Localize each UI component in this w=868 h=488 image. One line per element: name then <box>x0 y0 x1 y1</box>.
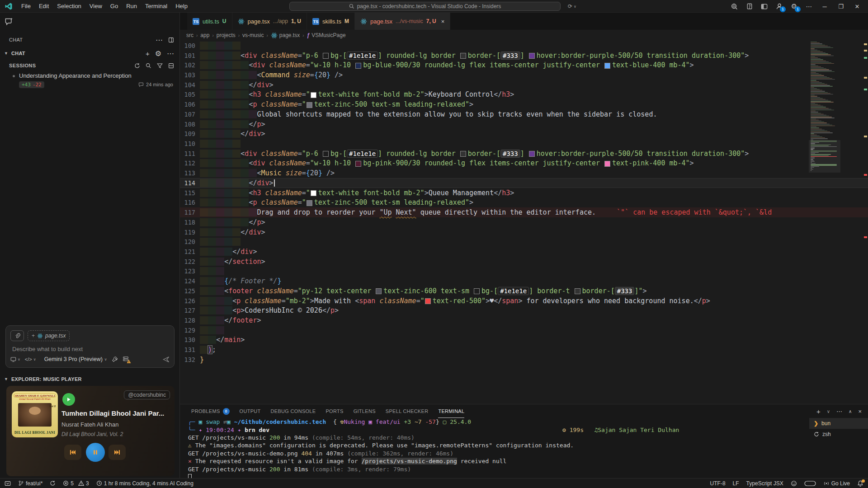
tab-skills.ts[interactable]: TSskills.tsM <box>307 13 355 30</box>
sessions-header[interactable]: SESSIONS <box>0 61 179 70</box>
sync-dropdown-button[interactable]: ⟳∨ <box>565 2 579 11</box>
panel-tab-spell-checker[interactable]: SPELL CHECKER <box>386 404 429 418</box>
panel-tab-problems[interactable]: PROBLEMS8 <box>191 404 230 418</box>
next-track-button[interactable] <box>108 445 126 460</box>
chat-input-placeholder[interactable]: Describe what to build next <box>12 346 83 352</box>
code-line[interactable]: 123 <box>180 267 868 277</box>
code-line[interactable]: 107 Global shortcuts mapped to the exten… <box>180 109 868 119</box>
mcp-warning-icon[interactable] <box>123 356 129 362</box>
menu-item-terminal[interactable]: Terminal <box>141 0 171 13</box>
close-button[interactable]: ✕ <box>853 3 862 10</box>
menu-item-help[interactable]: Help <box>171 0 192 13</box>
code-line[interactable]: 122 </section> <box>180 257 868 267</box>
code-line[interactable]: 124 {/* Footer */} <box>180 276 868 286</box>
go-live-item[interactable]: Go Live <box>823 480 850 487</box>
code-line[interactable]: 112 <div className="w-10 h-10 bg-pink-90… <box>180 159 868 169</box>
ellipsis-icon[interactable]: ⋯ <box>167 49 174 58</box>
code-line[interactable]: 103 <Command size={20} /> <box>180 70 868 80</box>
model-picker[interactable]: Gemini 3 Pro (Preview)∨ <box>44 356 107 362</box>
code-line[interactable]: 128 </footer> <box>180 315 868 325</box>
code-line[interactable]: 132} <box>180 355 868 365</box>
code-line[interactable]: 115 <h3 className="text-white font-bold … <box>180 188 868 198</box>
menu-item-edit[interactable]: Edit <box>35 0 53 13</box>
panel-maximize-icon[interactable]: ∧ <box>849 409 852 414</box>
gear-icon[interactable]: ⚙ <box>155 49 161 58</box>
code-line[interactable]: 131 ); <box>180 345 868 355</box>
menu-item-run[interactable]: Run <box>122 0 141 13</box>
chat-section-header[interactable]: ▼ CHAT + ⚙ ⋯ <box>0 48 179 59</box>
code-line[interactable]: 119 </div> <box>180 227 868 237</box>
session-list-item[interactable]: Understanding Appearance and Perception … <box>0 72 179 92</box>
terminal-output[interactable]: ╭─ ▣ swap ⇄▣ ~/Github/codershubinc.tech … <box>188 418 808 478</box>
new-terminal-icon[interactable]: + <box>816 408 821 415</box>
code-line[interactable]: 126 <p className="mb-2">Made with <span … <box>180 296 868 306</box>
tab-utils.ts[interactable]: TSutils.tsU <box>187 13 232 30</box>
breadcrumb-item-vs-music[interactable]: vs-music <box>242 32 264 38</box>
send-icon[interactable] <box>163 356 170 363</box>
notifications-bell-icon[interactable] <box>857 480 863 487</box>
chat-input-box[interactable]: + page.tsx Describe what to build next ∨… <box>5 325 175 368</box>
panel-tab-gitlens[interactable]: GITLENS <box>354 404 376 418</box>
code-line[interactable]: 120 <box>180 237 868 247</box>
panel-more-icon[interactable]: ⋯ <box>156 36 163 44</box>
more-actions-icon[interactable]: ⋯ <box>805 3 813 10</box>
menu-item-go[interactable]: Go <box>106 0 122 13</box>
code-line[interactable]: 113 <Music size={20} /> <box>180 168 868 178</box>
code-line[interactable]: 121 </div> <box>180 247 868 257</box>
previous-track-button[interactable] <box>64 445 81 460</box>
breadcrumb-item-src[interactable]: src <box>186 32 193 38</box>
search-icon[interactable] <box>146 63 151 69</box>
pause-button[interactable] <box>86 443 105 462</box>
breadcrumb-item-app[interactable]: app <box>200 32 209 38</box>
panel-close-icon[interactable]: × <box>858 408 862 415</box>
terminal-dropdown-icon[interactable]: ∨ <box>827 409 830 414</box>
code-line[interactable]: 127 <p>CodersHubInc © 2026</p> <box>180 305 868 315</box>
filter-icon[interactable] <box>157 63 163 69</box>
restore-button[interactable]: ❐ <box>836 3 845 10</box>
code-line[interactable]: 114 </div> <box>180 178 868 188</box>
account-icon[interactable]: 1 <box>775 3 783 10</box>
language-mode-item[interactable]: TypeScript JSX <box>746 480 783 487</box>
chat-context-picker[interactable]: </>∨ <box>25 357 36 362</box>
toggle-pill-icon[interactable] <box>804 481 816 486</box>
code-line[interactable]: 130 </main> <box>180 335 868 345</box>
breadcrumb-item-page.tsx[interactable]: page.tsx <box>271 32 300 39</box>
copilot-chat-icon[interactable] <box>5 17 13 26</box>
code-line[interactable]: 104 </div> <box>180 80 868 90</box>
encoding-item[interactable]: UTF-8 <box>710 480 726 487</box>
panel-more-icon[interactable]: ⋯ <box>836 408 842 415</box>
breadcrumb-item-projects[interactable]: projects <box>217 32 236 38</box>
code-line[interactable]: 129 <box>180 325 868 335</box>
context-chip[interactable]: + page.tsx <box>28 330 70 341</box>
menu-item-view[interactable]: View <box>85 0 106 13</box>
command-center-search[interactable]: page.tsx - codershubinc.tech - Visual St… <box>289 2 561 11</box>
settings-gear-icon[interactable]: ⚙1 <box>790 3 798 10</box>
search-globe-icon[interactable] <box>731 3 738 10</box>
code-line[interactable]: 105 <h3 className="text-white font-bold … <box>180 90 868 100</box>
menu-item-file[interactable]: File <box>17 0 35 13</box>
code-editor[interactable]: 100 101 <div className="p-6 bg-[#1e1e1e]… <box>180 41 868 404</box>
tools-icon[interactable] <box>112 356 118 362</box>
split-view-icon[interactable] <box>168 63 174 69</box>
refresh-icon[interactable] <box>134 63 140 69</box>
tab-page.tsx-app[interactable]: page.tsx.../app1, U <box>232 13 307 30</box>
code-line[interactable]: 110 <box>180 139 868 149</box>
eol-item[interactable]: LF <box>733 480 739 487</box>
code-line[interactable]: 125 <footer className="py-12 text-center… <box>180 286 868 296</box>
terminal-instance-zsh[interactable]: zsh <box>809 429 868 440</box>
album-art[interactable]: SHAHEN SHAH-E-QAWWALI Ustad Nusrat Fateh… <box>12 391 58 437</box>
minimize-button[interactable]: ─ <box>820 3 829 10</box>
panel-tab-terminal[interactable]: TERMINAL <box>438 404 464 418</box>
open-in-editor-icon[interactable] <box>168 37 174 43</box>
code-line[interactable]: 117 Drag and drop to reorder your "Up Ne… <box>180 207 868 217</box>
code-line[interactable]: 106 <p className="text-zinc-500 text-sm … <box>180 99 868 109</box>
explorer-music-player-header[interactable]: ▼ EXPLORER: MUSIC PLAYER <box>0 374 179 384</box>
terminal-instance-bun[interactable]: ❯bun <box>809 418 868 429</box>
attach-context-button[interactable] <box>10 330 24 341</box>
new-chat-icon[interactable]: + <box>146 50 150 57</box>
problems-item[interactable]: 5 3 <box>63 480 89 487</box>
git-branch-item[interactable]: feat/ui* <box>18 480 42 487</box>
tab-page.tsx-vs-music[interactable]: page.tsx.../vs-music7, U× <box>355 13 450 30</box>
minimap-viewport[interactable] <box>809 140 840 173</box>
panel-tab-debug-console[interactable]: DEBUG CONSOLE <box>271 404 316 418</box>
